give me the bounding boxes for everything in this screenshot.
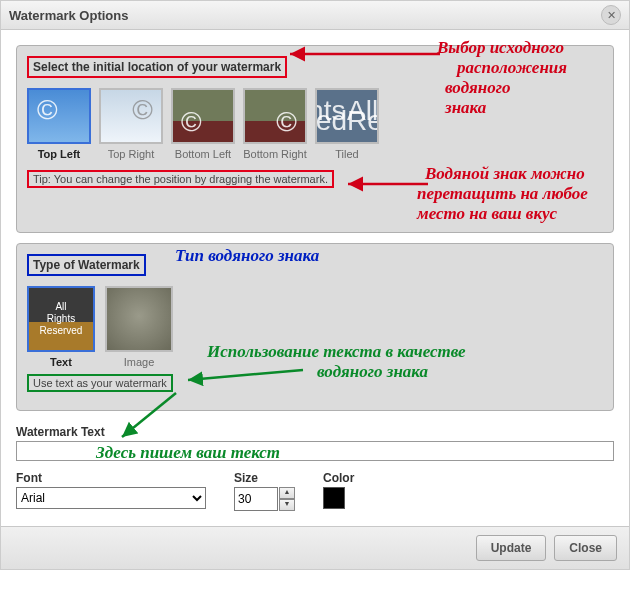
location-tip: Tip: You can change the position by drag… bbox=[27, 170, 334, 188]
location-panel: Select the initial location of your wate… bbox=[16, 45, 614, 233]
location-option-top-left[interactable]: © Top Left bbox=[27, 88, 91, 160]
dialog-title: Watermark Options bbox=[9, 8, 128, 23]
thumbnail-label: Bottom Right bbox=[243, 148, 307, 160]
chevron-up-icon[interactable]: ▲ bbox=[279, 487, 295, 499]
close-button[interactable]: Close bbox=[554, 535, 617, 561]
size-label: Size bbox=[234, 471, 295, 485]
thumbnail-image: © bbox=[99, 88, 163, 144]
watermark-text-input[interactable] bbox=[16, 441, 614, 461]
size-input[interactable] bbox=[234, 487, 278, 511]
annotation-text: Выбор исходного bbox=[437, 38, 564, 58]
type-panel: Type of Watermark Тип водяного знака All… bbox=[16, 243, 614, 411]
font-select[interactable]: Arial bbox=[16, 487, 206, 509]
thumbnail-label: Image bbox=[105, 356, 173, 368]
location-thumbnails: © Top Left © Top Right © Bottom Left © B… bbox=[27, 88, 603, 160]
font-size-color-row: Font Arial Size ▲▼ Color bbox=[16, 471, 614, 511]
type-panel-wrap: Type of Watermark Тип водяного знака All… bbox=[16, 243, 614, 511]
watermark-text-label: Watermark Text bbox=[16, 425, 614, 439]
annotation-text: Тип водяного знака bbox=[175, 246, 319, 266]
color-col: Color bbox=[323, 471, 354, 511]
color-label: Color bbox=[323, 471, 354, 485]
watermark-text-row: Watermark Text Здесь пишем ваш текст bbox=[16, 425, 614, 461]
thumbnail-label: Text bbox=[27, 356, 95, 368]
thumbnail-label: Top Left bbox=[27, 148, 91, 160]
annotation-text: место на ваш вкус bbox=[417, 204, 557, 224]
type-thumbnails: All Rights Reserved Text Image bbox=[27, 286, 603, 368]
color-swatch[interactable] bbox=[323, 487, 345, 509]
type-tip-row: Use text as your watermark bbox=[27, 374, 603, 392]
type-option-text[interactable]: All Rights Reserved Text bbox=[27, 286, 95, 368]
thumbnail-image bbox=[105, 286, 173, 352]
dialog-titlebar: Watermark Options ✕ bbox=[1, 1, 629, 30]
location-heading: Select the initial location of your wate… bbox=[27, 56, 287, 78]
type-option-image[interactable]: Image bbox=[105, 286, 173, 368]
type-heading: Type of Watermark bbox=[27, 254, 146, 276]
type-tip: Use text as your watermark bbox=[27, 374, 173, 392]
thumbnail-image: All Rights Reserved bbox=[27, 286, 95, 352]
thumbnail-label: Bottom Left bbox=[171, 148, 235, 160]
thumbnail-image: All Rights Reserved All Rights Reserved … bbox=[315, 88, 379, 144]
font-label: Font bbox=[16, 471, 206, 485]
size-col: Size ▲▼ bbox=[234, 471, 295, 511]
annotation-arrow bbox=[285, 44, 445, 66]
close-icon[interactable]: ✕ bbox=[601, 5, 621, 25]
thumbnail-image: © bbox=[171, 88, 235, 144]
thumbnail-image: © bbox=[243, 88, 307, 144]
update-button[interactable]: Update bbox=[476, 535, 547, 561]
size-stepper[interactable]: ▲▼ bbox=[279, 487, 295, 511]
location-option-tiled[interactable]: All Rights Reserved All Rights Reserved … bbox=[315, 88, 379, 160]
font-col: Font Arial bbox=[16, 471, 206, 511]
thumbnail-label: Top Right bbox=[99, 148, 163, 160]
location-option-bottom-right[interactable]: © Bottom Right bbox=[243, 88, 307, 160]
thumbnail-image: © bbox=[27, 88, 91, 144]
dialog-footer: Update Close bbox=[1, 526, 629, 569]
annotation-text: расположения bbox=[457, 58, 567, 78]
thumbnail-label: Tiled bbox=[315, 148, 379, 160]
location-option-top-right[interactable]: © Top Right bbox=[99, 88, 163, 160]
watermark-options-dialog: Watermark Options ✕ Select the initial l… bbox=[0, 0, 630, 570]
chevron-down-icon[interactable]: ▼ bbox=[279, 499, 295, 511]
dialog-body: Select the initial location of your wate… bbox=[1, 30, 629, 526]
location-tip-row: Tip: You can change the position by drag… bbox=[27, 170, 603, 188]
location-option-bottom-left[interactable]: © Bottom Left bbox=[171, 88, 235, 160]
